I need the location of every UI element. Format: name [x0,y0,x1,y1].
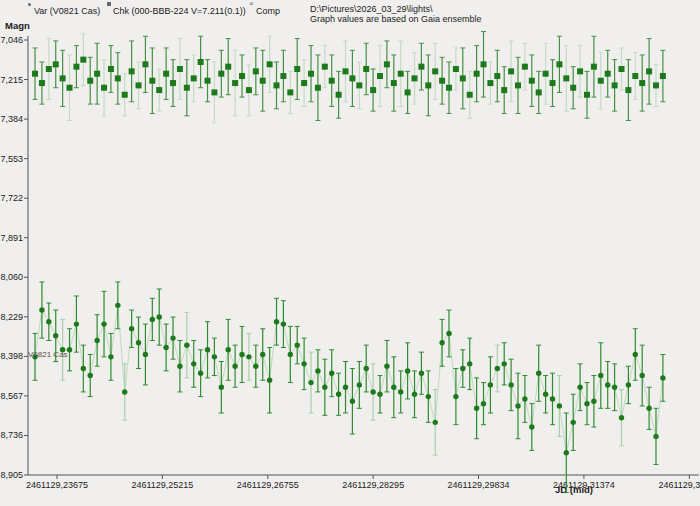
var-data-point [591,399,596,404]
var-data-point [288,352,293,357]
chk-data-point [453,66,459,72]
chk-data-point [563,75,569,81]
chk-data-point [460,75,466,81]
var-data-point [157,314,162,319]
var-data-point [163,345,168,350]
var-data-point [343,385,348,390]
var-data-point [281,321,286,326]
chk-data-point [108,66,114,72]
chk-data-point [556,61,562,67]
chk-data-point [474,71,480,77]
y-tick-label: 7,215 [0,75,23,85]
chk-data-point [481,61,487,67]
chk-data-point [322,64,328,70]
chk-data-point [591,64,597,70]
chk-data-point [598,78,604,84]
chk-data-point [501,87,507,93]
var-data-point [315,368,320,373]
chk-data-point [267,61,273,67]
chk-data-point [315,85,321,91]
chk-data-point [660,73,666,79]
var-data-point [212,354,217,359]
chk-data-point [370,87,376,93]
chk-data-point [294,66,300,72]
chk-data-point [191,75,197,81]
chk-data-point [94,71,100,77]
var-star-plot-label: V0821 Cas [28,350,68,359]
var-data-point [177,363,182,368]
var-data-point [515,403,520,408]
y-tick-label: 8,905 [0,470,23,480]
chk-data-point [522,64,528,70]
var-data-point [598,373,603,378]
chk-data-point [73,64,79,70]
chk-data-point [129,68,135,74]
chk-data-point [356,82,362,88]
chk-data-point [329,78,335,84]
y-tick-label: 7,722 [0,193,23,203]
var-data-point [460,366,465,371]
chk-data-point [239,73,245,79]
var-data-point [433,420,438,425]
chk-data-point [405,89,411,95]
chk-data-point [653,82,659,88]
chk-data-point [46,66,52,72]
var-data-point [136,340,141,345]
var-data-point [150,317,155,322]
y-tick-label: 7,553 [0,154,23,164]
chk-data-point [536,89,542,95]
var-data-point [571,420,576,425]
var-data-point [577,385,582,390]
var-data-point [205,347,210,352]
chk-data-point [418,64,424,70]
var-data-point [612,385,617,390]
chk-data-point [32,71,38,77]
var-data-point [336,392,341,397]
var-data-point [39,307,44,312]
chk-data-point [287,89,293,95]
var-data-point [253,363,258,368]
var-data-point [350,399,355,404]
chk-data-point [142,61,148,67]
chk-data-point [508,68,514,74]
y-tick-label: 8,398 [0,351,23,361]
chk-data-point [253,68,259,74]
chk-data-point [308,71,314,77]
chk-data-point [301,80,307,86]
var-data-point [108,354,113,359]
x-tick-label: 2461129,29834 [448,480,510,490]
var-data-point [122,389,127,394]
var-data-point [239,352,244,357]
var-data-point [564,450,569,455]
var-data-point [267,378,272,383]
chk-data-point [136,82,142,88]
var-data-point [660,375,665,380]
var-data-point [495,366,500,371]
var-data-point [232,363,237,368]
var-data-point [502,361,507,366]
chk-data-point [612,82,618,88]
chk-data-point [205,78,211,84]
x-tick-label: 2461129,28295 [342,480,404,490]
var-data-point [522,396,527,401]
var-data-point [74,321,79,326]
chk-data-point [618,66,624,72]
chk-data-point [639,80,645,86]
chk-data-point [439,78,445,84]
chk-data-point [218,71,224,77]
y-tick-label: 8,736 [0,430,23,440]
chk-data-point [198,59,204,65]
var-data-point [543,392,548,397]
var-data-point [322,385,327,390]
y-tick-label: 7,384 [0,114,23,124]
var-data-point [557,403,562,408]
chk-data-point [156,87,162,93]
chk-data-point [550,80,556,86]
var-data-point [67,347,72,352]
var-data-point [226,347,231,352]
chk-data-point [570,85,576,91]
chk-data-point [646,68,652,74]
var-data-point [101,321,106,326]
chk-data-point [363,66,369,72]
chk-data-point [446,85,452,91]
